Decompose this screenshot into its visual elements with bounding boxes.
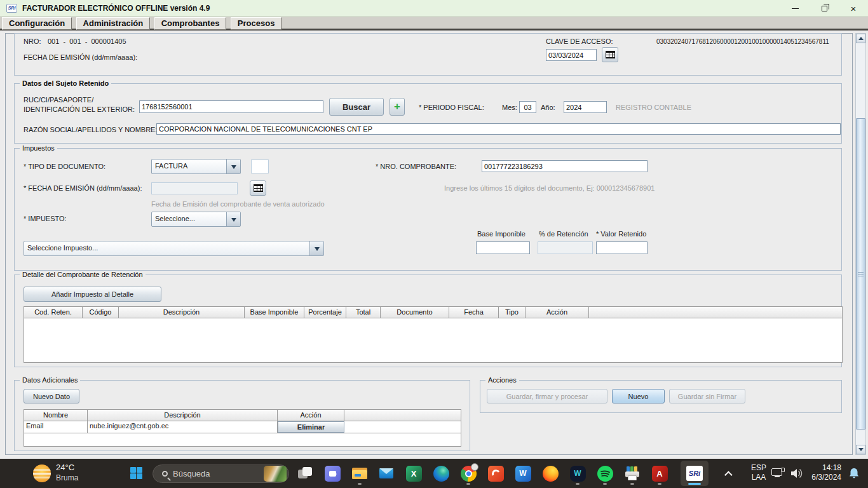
fecha-emision-input[interactable] bbox=[546, 49, 597, 61]
mes-label: Mes: bbox=[502, 104, 517, 111]
language-bottom: LAA bbox=[751, 473, 766, 482]
weather-temp[interactable]: 24°C bbox=[56, 463, 74, 472]
ruc-input[interactable] bbox=[139, 100, 323, 113]
task-view-button[interactable] bbox=[292, 461, 318, 486]
acrobat-button[interactable]: A bbox=[647, 461, 672, 486]
search-box[interactable]: Búsqueda bbox=[153, 464, 289, 483]
spotify-icon bbox=[597, 466, 613, 482]
scroll-up-button[interactable] bbox=[856, 34, 865, 43]
clock[interactable]: 14:18 6/3/2024 bbox=[808, 463, 841, 482]
nuevo-dato-button[interactable]: Nuevo Dato bbox=[24, 389, 79, 403]
restore-button[interactable] bbox=[810, 0, 839, 17]
weather-icon[interactable] bbox=[33, 464, 51, 482]
language-indicator[interactable]: ESP LAA bbox=[751, 463, 766, 482]
printer-button[interactable] bbox=[620, 461, 645, 486]
menu-configuracion[interactable]: Configuración bbox=[2, 17, 72, 30]
eliminar-button[interactable]: Eliminar bbox=[278, 421, 344, 433]
mail-button[interactable] bbox=[374, 461, 399, 486]
word-button[interactable]: W bbox=[510, 461, 536, 486]
bell-icon bbox=[847, 466, 861, 480]
guardar-sin-firmar-button[interactable]: Guardar sin Firmar bbox=[669, 389, 745, 403]
guardar-firmar-procesar-button[interactable]: Guardar, firmar y procesar bbox=[487, 389, 607, 403]
valor-retenido-label: * Valor Retenido bbox=[596, 230, 646, 238]
excel-button[interactable]: X bbox=[401, 461, 426, 486]
minimize-icon bbox=[792, 8, 799, 9]
weather-desc[interactable]: Bruma bbox=[56, 473, 78, 482]
anadir-impuesto-button[interactable]: Añadir Impuesto al Detalle bbox=[24, 287, 161, 302]
edge-button[interactable] bbox=[428, 461, 454, 486]
network-button[interactable] bbox=[771, 468, 785, 479]
tray-chevron-button[interactable] bbox=[719, 461, 740, 486]
adicionales-table: Nombre Descripción Acción Email nube.ini… bbox=[24, 409, 461, 447]
menu-administracion[interactable]: Administración bbox=[76, 17, 151, 30]
minimize-button[interactable] bbox=[780, 0, 810, 17]
tipo-documento-label: * TIPO DE DOCUMENTO: bbox=[24, 163, 105, 170]
ruc-label-line2: IDENTIFICACIÓN DEL EXTERIOR: bbox=[24, 105, 135, 113]
task-view-icon bbox=[297, 465, 313, 482]
sri-facturador-button[interactable]: SRi bbox=[681, 461, 709, 486]
foxit-pdf-button[interactable] bbox=[483, 461, 508, 486]
razon-social-label: RAZÓN SOCIAL/APELLIDOS Y NOMBRES: bbox=[24, 126, 162, 133]
nuevo-button[interactable]: Nuevo bbox=[612, 389, 665, 403]
window-title: FACTURADOR ELECTRÓNICO OFFLINE versión 4… bbox=[22, 4, 210, 13]
base-imponible-input[interactable] bbox=[476, 241, 530, 254]
scroll-down-button[interactable] bbox=[856, 445, 865, 454]
acciones-title: Acciones bbox=[485, 376, 519, 384]
impuesto-detalle-select[interactable]: Seleccione Impuesto... bbox=[24, 241, 324, 256]
clave-acceso-value: 0303202407176812060000120010010000014051… bbox=[656, 38, 829, 45]
impuestos-title: Impuestos bbox=[20, 144, 57, 152]
calendar-icon bbox=[254, 184, 263, 192]
webex-button[interactable]: W bbox=[565, 461, 590, 486]
fecha-emision-calendar-button[interactable] bbox=[602, 47, 618, 62]
foxit-pdf-icon bbox=[488, 466, 504, 482]
vertical-scrollbar[interactable] bbox=[855, 33, 866, 455]
datos-adicionales-box: Datos Adicionales Nuevo Dato Nombre Desc… bbox=[14, 380, 470, 451]
anio-label: Año: bbox=[541, 104, 555, 111]
valor-retenido-input[interactable] bbox=[596, 241, 648, 254]
impuesto-select[interactable]: Seleccione... bbox=[151, 212, 241, 227]
scrollbar-thumb[interactable] bbox=[856, 118, 865, 430]
impuestos-box: Impuestos * TIPO DE DOCUMENTO: FACTURA *… bbox=[14, 148, 842, 271]
nro-comprobante-input[interactable] bbox=[482, 160, 648, 172]
notifications-button[interactable] bbox=[847, 466, 861, 480]
razon-social-input[interactable] bbox=[156, 123, 841, 135]
menu-procesos[interactable]: Procesos bbox=[231, 17, 282, 30]
chevron-down-icon bbox=[226, 212, 240, 226]
add-sujeto-button[interactable]: + bbox=[390, 98, 405, 116]
firefox-button[interactable] bbox=[538, 461, 563, 486]
printer-icon bbox=[624, 465, 641, 482]
nro-comprobante-hint: Ingrese los últimos 15 dígitos del docum… bbox=[444, 184, 654, 192]
registro-contable-label: REGISTRO CONTABLE bbox=[616, 104, 691, 111]
pct-retencion-input[interactable] bbox=[538, 241, 593, 254]
volume-button[interactable] bbox=[790, 467, 805, 480]
col-header-documento: Documento bbox=[381, 307, 449, 318]
table-row: Email nube.iniguez@cnt.gob.ec Eliminar bbox=[24, 421, 461, 433]
close-button[interactable]: × bbox=[839, 0, 868, 17]
col-header-accion: Acción bbox=[526, 307, 589, 318]
anio-input[interactable] bbox=[564, 101, 607, 113]
fecha-emision-doc-input[interactable] bbox=[151, 182, 238, 194]
chat-button[interactable] bbox=[320, 461, 345, 486]
window-controls: × bbox=[780, 0, 868, 17]
tipo-documento-select[interactable]: FACTURA bbox=[151, 159, 241, 174]
edge-icon bbox=[433, 466, 449, 482]
form-area: NRO: 001 - 001 - 000001405 CLAVE DE ACCE… bbox=[0, 30, 868, 459]
nro-label: NRO: bbox=[24, 37, 41, 45]
tipo-documento-code-box bbox=[251, 159, 269, 173]
pct-retencion-label: % de Retención bbox=[539, 230, 588, 238]
impuesto-label: * IMPUESTO: bbox=[24, 215, 67, 222]
restore-icon bbox=[822, 6, 827, 11]
fecha-emision-doc-calendar-button[interactable] bbox=[250, 180, 266, 196]
mes-input[interactable] bbox=[519, 101, 536, 113]
spotify-button[interactable] bbox=[592, 461, 618, 486]
col-header-filler bbox=[344, 410, 461, 421]
datos-adicionales-title: Datos Adicionales bbox=[20, 376, 80, 384]
sri-facturador-icon: SRi bbox=[686, 466, 703, 481]
chrome-button[interactable] bbox=[456, 461, 481, 486]
calendar-icon bbox=[606, 51, 615, 58]
file-explorer-button[interactable] bbox=[347, 461, 372, 486]
start-button[interactable] bbox=[130, 467, 142, 479]
col-header-nombre: Nombre bbox=[24, 410, 88, 421]
menu-comprobantes[interactable]: Comprobantes bbox=[154, 17, 227, 30]
buscar-button[interactable]: Buscar bbox=[329, 98, 384, 116]
